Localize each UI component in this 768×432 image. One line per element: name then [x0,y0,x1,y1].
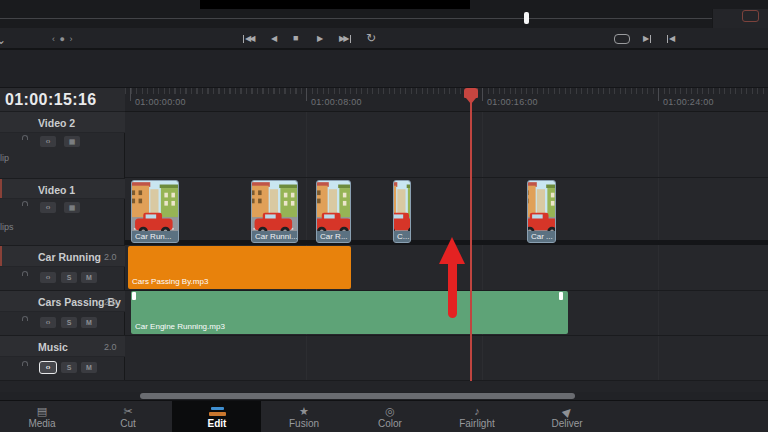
track-header-panel: 01:00:15:16 Video 2 ‹› ▦ lip Video 1 ‹› … [0,88,125,392]
nav-label: Media [28,419,55,429]
video-clip[interactable]: Car Run... [131,180,179,243]
edit-toolbar: ◫ ↔ ▦ ⊞ ⊟ ⊠ ∪ ∞ ⚑ ⌄ ● ⌄ − [0,50,768,88]
scrub-track[interactable] [0,18,712,19]
track-name: Video 2 [38,117,75,129]
loop-playback-icon[interactable]: ↻ [366,32,376,44]
track-name: Music [38,341,68,353]
video-clip[interactable]: Car Runni... [251,180,298,243]
track-separator [125,335,768,336]
timeline-ruler[interactable]: 01:00:00:00 01:00:08:00 01:00:16:00 01:0… [125,88,768,112]
video2-name-row[interactable]: Video 2 [0,112,125,133]
ruler-label: 01:00:08:00 [311,97,362,107]
audio-clip-label: Car Engine Running.mp3 [135,322,225,331]
nav-tab-deliver[interactable]: ▶ Deliver [529,401,605,432]
go-to-in-icon[interactable]: ◀ [667,35,675,43]
nav-label: Edit [208,419,227,429]
timeline-gridline [482,112,483,380]
track-name: Video 1 [38,184,75,196]
page-nav-bar: ▤ Media ✂ Cut Edit ★ Fusion ◎ Color ♪ Fa… [0,400,768,432]
jog-control[interactable]: ‹ ● › [52,35,73,44]
playhead-handle-point [466,98,476,104]
nav-tab-fairlight[interactable]: ♪ Fairlight [439,401,515,432]
chevron-down-icon[interactable]: ⌄ [0,34,6,46]
loop-in-out-icon[interactable] [614,34,630,44]
track-level: 2.0 [104,342,117,352]
audio2-autoselect-icon[interactable]: ‹› [40,317,56,328]
media-icon: ▤ [37,405,47,418]
first-frame-button[interactable]: ◀◀ [243,35,253,43]
track-name: Car Running [38,251,101,263]
timecode-row: 01:00:15:16 [0,88,125,112]
audio3-mute-button[interactable]: M [81,362,97,373]
clip-label: Car Run... [132,231,178,242]
ruler-label: 01:00:16:00 [487,97,538,107]
nav-label: Fusion [289,419,319,429]
audio1-name-row[interactable]: Car Running 2.0 [0,245,125,267]
nav-tab-media[interactable]: ▤ Media [4,401,80,432]
video2-clip-count-clipped: lip [0,153,9,163]
expand-viewer-icon[interactable] [742,10,759,22]
audio3-autoselect-icon[interactable]: ‹› [40,362,56,373]
nav-tab-color[interactable]: ◎ Color [352,401,428,432]
video1-name-row[interactable]: Video 1 [0,178,125,199]
nav-tab-fusion[interactable]: ★ Fusion [266,401,342,432]
video1-autoselect-icon[interactable]: ‹› [40,202,56,213]
audio3-name-row[interactable]: Music 2.0 [0,335,125,357]
color-wheel-icon: ◎ [385,405,395,418]
step-back-button[interactable]: ◀ [271,35,277,43]
playhead-handle[interactable] [464,88,478,98]
clip-label: Car Runni... [252,231,297,242]
video1-clip-count-clipped: lips [0,222,14,232]
audio2-solo-button[interactable]: S [61,317,77,328]
clip-in-marker[interactable] [132,292,136,300]
scrub-playhead-handle[interactable] [524,12,529,24]
header-footer [0,380,125,392]
edit-timeline-icon [209,405,226,418]
annotation-arrow-shaft [448,263,457,318]
audio2-mute-button[interactable]: M [81,317,97,328]
track-separator [125,177,768,178]
playhead-line[interactable] [470,96,472,381]
audio3-solo-button[interactable]: S [61,362,77,373]
track-color-tab [0,246,2,266]
audio-clip-label: Cars Passing By.mp3 [132,277,208,286]
clip-out-marker[interactable] [559,292,563,300]
nav-tab-edit[interactable]: Edit [179,401,255,432]
cut-scissors-icon: ✂ [123,405,132,418]
audio1-solo-button[interactable]: S [61,272,77,283]
annotation-arrow-head [439,237,465,264]
video2-frames-view-icon[interactable]: ▦ [64,136,80,147]
timeline-area[interactable]: 01:00:00:00 01:00:08:00 01:00:16:00 01:0… [125,88,768,392]
video-clip[interactable]: Car R... [316,180,351,243]
play-around-icon[interactable]: ▶ [643,35,651,43]
audio-clip-orange[interactable]: Cars Passing By.mp3 [128,246,351,289]
ruler-label: 01:00:00:00 [135,97,186,107]
fusion-wand-icon: ★ [299,405,309,418]
play-button[interactable]: ▶ [317,35,323,43]
timeline-scrollbar[interactable] [140,393,575,399]
ruler-label: 01:00:24:00 [663,97,714,107]
nav-label: Cut [120,419,136,429]
clip-label: Car R... [317,231,350,242]
timeline-gridline [658,112,659,380]
video2-autoselect-icon[interactable]: ‹› [40,136,56,147]
timeline-footer [125,381,768,392]
nav-label: Fairlight [459,419,495,429]
video-clip[interactable]: C... [393,180,411,243]
last-frame-button[interactable]: ▶▶ [339,35,351,43]
stop-button[interactable]: ■ [293,34,298,43]
audio-clip-green[interactable]: Car Engine Running.mp3 [131,291,568,334]
clip-label: C... [394,231,410,242]
ruler-minor-ticks [125,88,768,94]
nav-label: Color [378,419,402,429]
audio1-mute-button[interactable]: M [81,272,97,283]
audio2-name-row[interactable]: Cars Passing By 2.0 [0,290,125,312]
ruler-major-tick [482,88,483,101]
nav-tab-cut[interactable]: ✂ Cut [90,401,166,432]
video1-frames-view-icon[interactable]: ▦ [64,202,80,213]
audio1-autoselect-icon[interactable]: ‹› [40,272,56,283]
ruler-major-tick [130,88,131,101]
timeline-timecode: 01:00:15:16 [5,91,97,109]
video-clip[interactable]: Car ... [527,180,556,243]
ruler-major-tick [306,88,307,101]
